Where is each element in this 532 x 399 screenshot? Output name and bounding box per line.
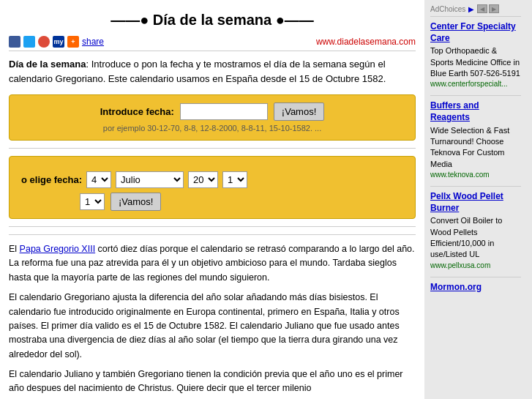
description: Día de la semana: Introduce o pon la fec… <box>9 51 416 90</box>
body-paragraph-1: El Papa Gregorio XIII cortó diez días po… <box>9 242 416 285</box>
divider-1 <box>9 148 416 149</box>
page-title: ——● Día de la semana ●—— <box>9 6 416 33</box>
ad-choices-label: AdChoices <box>430 5 465 13</box>
year-short-select[interactable]: 20 181921 <box>188 171 218 188</box>
p1-before: El <box>9 244 20 254</box>
date-text-input[interactable] <box>180 103 268 120</box>
ad-2-url[interactable]: www.teknova.com <box>430 171 490 179</box>
second-select[interactable]: 1 234 <box>80 193 105 210</box>
website-link[interactable]: www.diadelasemana.com <box>316 37 416 47</box>
dow-select[interactable]: 1 234567 <box>222 171 247 188</box>
ad-2-title[interactable]: Buffers and Reagents <box>430 100 521 123</box>
ad-block-4: Mormon.org <box>430 277 521 294</box>
facebook-icon[interactable] <box>9 36 20 48</box>
month-select[interactable]: Julio EneroFebreroMarzoAbrilMayoJunioAgo… <box>116 171 184 188</box>
ad-3-title[interactable]: Pellx Wood Pellet Burner <box>430 191 521 214</box>
title-dash-left: ——● <box>110 12 149 28</box>
divider-3 <box>9 234 416 235</box>
body-paragraph-3: El calendario Juliano y también Gregoria… <box>9 368 416 396</box>
ad-1-title[interactable]: Center For Specialty Care <box>430 21 521 44</box>
ad-1-body: Top Orthopaedic & Sports Medicine Office… <box>430 45 521 79</box>
ad-3-url[interactable]: www.pellxusa.com <box>430 261 490 269</box>
ad-block-1: Center For Specialty Care Top Orthopaedi… <box>430 16 521 88</box>
second-picker-row: 1 234 ¡Vamos! <box>80 193 403 211</box>
ad-2-body: Wide Selection & Fast Turnaround! Choose… <box>430 125 521 171</box>
day-select[interactable]: 4 123567 <box>86 171 111 188</box>
sidebar: AdChoices ▶ ◀ ▶ Center For Specialty Car… <box>424 0 527 399</box>
description-bold: Día de la semana <box>9 59 86 70</box>
ad-1-url[interactable]: www.centerforspecialt... <box>430 80 508 88</box>
date-input-section: Introduce fecha: ¡Vamos! por ejemplo 30-… <box>9 94 416 141</box>
input-row: Introduce fecha: ¡Vamos! <box>21 102 403 121</box>
myspace-icon[interactable]: my <box>53 36 64 48</box>
vamos-button-2[interactable]: ¡Vamos! <box>110 193 161 211</box>
ad-3-body: Convert Oil Boiler to Wood Pellets Effic… <box>430 215 521 261</box>
ad-next-btn[interactable]: ▶ <box>489 4 499 13</box>
date-picker-row: o elige fecha: 4 123567 Julio EneroFebre… <box>21 171 403 188</box>
ad-info-icon[interactable]: ▶ <box>468 5 474 13</box>
share-link[interactable]: share <box>82 37 104 47</box>
addthis-icon[interactable]: + <box>67 36 79 48</box>
social-bar: my + share www.diadelasemana.com <box>9 33 416 51</box>
ad-4-title[interactable]: Mormon.org <box>430 282 521 294</box>
body-paragraph-2: El calendario Gregoriano ajusta la difer… <box>9 291 416 362</box>
ad-prev-btn[interactable]: ◀ <box>477 4 487 13</box>
papa-gregorio-link[interactable]: Papa Gregorio XIII <box>20 244 96 254</box>
title-dash-right: ●—— <box>276 12 314 28</box>
googleplus-icon[interactable] <box>38 36 50 48</box>
vamos-button-1[interactable]: ¡Vamos! <box>274 102 324 121</box>
divider-2 <box>9 226 416 227</box>
ad-block-2: Buffers and Reagents Wide Selection & Fa… <box>430 95 521 179</box>
ad-nav: ◀ ▶ <box>477 4 499 13</box>
ad-block-3: Pellx Wood Pellet Burner Convert Oil Boi… <box>430 186 521 269</box>
introduce-label: Introduce fecha: <box>100 106 174 117</box>
hint-text: por ejemplo 30-12-70, 8-8, 12-8-2000, 8-… <box>21 124 403 133</box>
elige-label: o elige fecha: <box>21 174 82 185</box>
title-text: Día de la semana <box>153 12 271 28</box>
ad-choices-bar: AdChoices ▶ ◀ ▶ <box>430 4 521 13</box>
date-picker-section: o elige fecha: 4 123567 Julio EneroFebre… <box>9 156 416 219</box>
twitter-icon[interactable] <box>23 36 35 48</box>
